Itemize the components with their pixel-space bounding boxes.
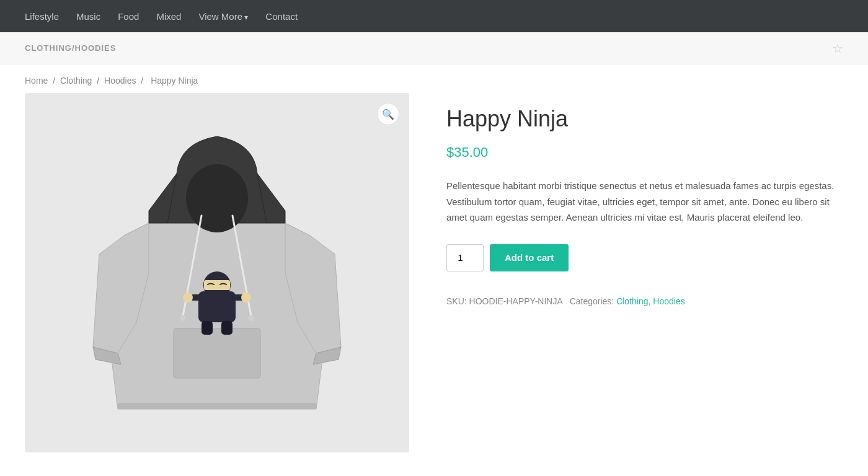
svg-point-4 [248, 315, 254, 321]
breadcrumb-current: Happy Ninja [151, 76, 198, 86]
svg-rect-9 [204, 280, 230, 290]
zoom-icon[interactable]: 🔍 [377, 103, 399, 125]
svg-rect-6 [118, 403, 316, 409]
hoodie-svg [87, 112, 347, 434]
breadcrumb-clothing[interactable]: Clothing [60, 76, 92, 86]
category-clothing-link[interactable]: Clothing [616, 296, 648, 306]
product-image-wrapper: 🔍 [25, 93, 409, 452]
breadcrumb: Home / Clothing / Hoodies / Happy Ninja [0, 64, 868, 93]
add-to-cart-row: Add to cart [446, 244, 843, 271]
nav-item-contact[interactable]: Contact [265, 11, 298, 22]
breadcrumb-sep-1: / [53, 76, 58, 86]
sub-header-title: CLOTHING/HOODIES [25, 43, 116, 53]
breadcrumb-home[interactable]: Home [25, 76, 48, 86]
breadcrumb-sep-2: / [97, 76, 102, 86]
svg-rect-14 [202, 321, 213, 335]
sub-header: CLOTHING/HOODIES ☆ [0, 32, 868, 64]
product-description: Pellentesque habitant morbi tristique se… [446, 178, 843, 226]
svg-point-0 [186, 164, 248, 232]
svg-rect-5 [174, 328, 260, 378]
category-hoodies-link[interactable]: Hoodies [653, 296, 684, 306]
nav-item-view-more[interactable]: View More [198, 11, 248, 22]
sku-value: HOODIE-HAPPY-NINJA [469, 296, 562, 306]
svg-rect-15 [221, 321, 232, 335]
add-to-cart-button[interactable]: Add to cart [490, 244, 569, 271]
breadcrumb-sep-3: / [141, 76, 146, 86]
product-details: Happy Ninja $35.00 Pellentesque habitant… [446, 93, 843, 452]
product-title: Happy Ninja [446, 105, 843, 132]
svg-point-13 [241, 293, 251, 302]
product-meta: SKU: HOODIE-HAPPY-NINJA Categories: Clot… [446, 294, 843, 309]
nav-item-music[interactable]: Music [76, 11, 100, 22]
nav-item-food[interactable]: Food [118, 11, 139, 22]
breadcrumb-hoodies[interactable]: Hoodies [104, 76, 136, 86]
nav-item-lifestyle[interactable]: Lifestyle [25, 11, 59, 22]
star-icon[interactable]: ☆ [832, 41, 843, 56]
categories-label: Categories: [570, 296, 614, 306]
top-navigation: Lifestyle Music Food Mixed View More Con… [0, 0, 868, 32]
product-image [87, 112, 347, 434]
quantity-input[interactable] [446, 244, 484, 271]
nav-item-mixed[interactable]: Mixed [156, 11, 181, 22]
svg-point-3 [180, 315, 186, 321]
product-price: $35.00 [446, 144, 843, 161]
main-content: 🔍 [0, 93, 868, 476]
sku-label: SKU: [446, 296, 467, 306]
svg-point-12 [183, 293, 193, 302]
